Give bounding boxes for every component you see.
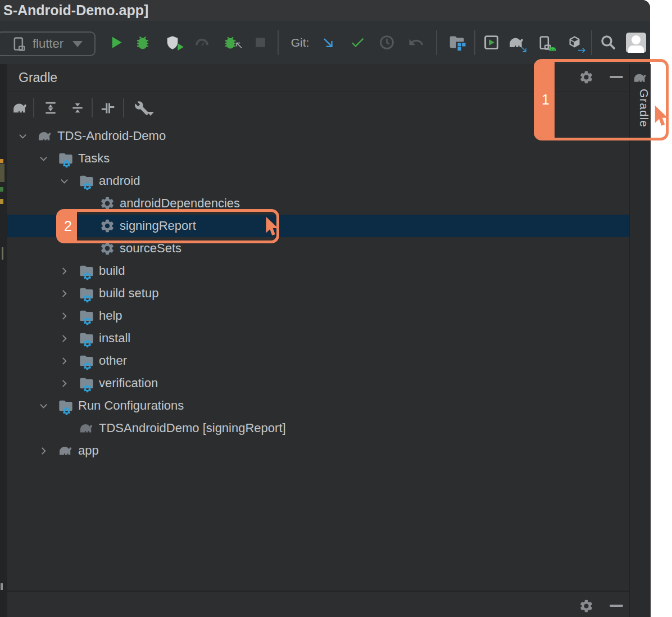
chevron-right-icon[interactable] <box>60 357 69 365</box>
toolbar-separator <box>33 98 34 117</box>
chevron-right-icon[interactable] <box>60 312 69 320</box>
tree-row-run-configuration-item[interactable]: TDSAndroidDemo [signingReport] <box>7 417 629 439</box>
gradle-tool-window: Gradle <box>7 64 629 617</box>
search-everywhere-button[interactable] <box>598 21 618 64</box>
tree-row-install[interactable]: install <box>7 327 629 350</box>
right-tool-window-stripe: Gradle <box>629 64 651 617</box>
rollback-button <box>407 21 425 64</box>
profile-button[interactable] <box>163 21 182 64</box>
user-avatar[interactable] <box>625 21 647 64</box>
window-title: S-Android-Demo.app] <box>3 0 148 21</box>
profile-play-overlay-icon <box>175 42 185 52</box>
background-window-sliver <box>0 64 8 617</box>
update-project-button[interactable] <box>319 21 337 64</box>
annotation-box-1: 1 <box>534 59 669 140</box>
tasks-folder-icon <box>58 151 74 166</box>
stop-button <box>252 21 268 64</box>
editor-stripe-mark <box>0 159 3 163</box>
tree-row-run-configurations[interactable]: Run Configurations <box>7 394 629 417</box>
gear-badge-icon <box>83 361 92 371</box>
chevron-down-icon[interactable] <box>60 177 69 185</box>
editor-stripe-mark <box>0 164 4 182</box>
gradle-settings-button[interactable] <box>133 99 151 117</box>
tree-row-tasks[interactable]: Tasks <box>7 147 629 170</box>
tree-row-verification[interactable]: verification <box>7 372 629 394</box>
bottom-panel-hide-button[interactable] <box>608 597 625 614</box>
device-manager-button[interactable] <box>535 21 555 64</box>
toggle-offline-mode-button[interactable] <box>99 99 116 116</box>
gear-badge-icon <box>83 316 92 326</box>
gradle-task-tree: TDS-Android-Demo Tasks android androidDe… <box>7 125 629 462</box>
chevron-right-icon[interactable] <box>60 379 69 388</box>
device-icon <box>11 36 27 52</box>
run-window-button[interactable] <box>482 21 500 64</box>
gradle-elephant-icon <box>79 420 94 436</box>
debug-button[interactable] <box>134 21 152 64</box>
toolbar-separator <box>436 30 437 55</box>
window-titlebar: S-Android-Demo.app] <box>0 0 650 21</box>
chevron-down-icon[interactable] <box>39 155 48 163</box>
toolbar-separator <box>278 30 279 55</box>
profiler-gauge-button <box>193 21 211 64</box>
attach-debugger-button[interactable] <box>220 21 240 64</box>
expand-all-button[interactable] <box>42 99 59 116</box>
android-overlay-icon <box>548 44 557 54</box>
toolbar-separator <box>123 98 124 117</box>
gradle-elephant-icon <box>58 443 74 459</box>
gear-badge-icon <box>83 271 92 281</box>
editor-stripe-mark <box>0 199 3 204</box>
editor-stripe-mark <box>2 247 3 260</box>
run-button[interactable] <box>107 21 125 64</box>
tree-row-build[interactable]: build <box>7 260 629 282</box>
commit-button[interactable] <box>348 21 366 64</box>
device-selector[interactable]: flutter <box>0 31 96 56</box>
gradle-elephant-icon <box>37 128 53 144</box>
history-button <box>378 21 396 64</box>
sdk-manager-button[interactable] <box>564 21 584 64</box>
chevron-down-icon <box>72 41 83 47</box>
collapse-all-button[interactable] <box>69 99 86 116</box>
gradle-panel-title: Gradle <box>19 64 57 91</box>
device-selector-label: flutter <box>33 37 63 51</box>
avatar-head <box>632 35 641 44</box>
sync-arrow-overlay-icon <box>519 44 529 54</box>
install-folder-icon <box>79 330 94 346</box>
toolbar-separator <box>591 30 592 55</box>
build-folder-icon <box>79 263 94 279</box>
dropdown-arrow-icon <box>147 112 154 116</box>
tree-row-app[interactable]: app <box>7 439 629 462</box>
annotation-box-2: 2 <box>56 209 279 243</box>
annotation-step-2-badge: 2 <box>59 212 77 241</box>
minus-icon <box>610 605 623 607</box>
compare-directories-button[interactable] <box>447 21 467 64</box>
tree-row-help[interactable]: help <box>7 305 629 327</box>
chevron-right-icon[interactable] <box>39 447 48 455</box>
gear-badge-icon <box>83 339 92 348</box>
pointer-cursor-icon <box>652 104 671 129</box>
toolbar-separator <box>92 98 93 117</box>
pointer-cursor-icon <box>263 215 281 239</box>
toolbar-separator <box>474 30 475 55</box>
run-configurations-folder-icon <box>58 398 74 414</box>
tree-row-other[interactable]: other <box>7 350 629 372</box>
tree-row-build-setup[interactable]: build setup <box>7 282 629 305</box>
editor-stripe-mark <box>1 583 3 590</box>
bottom-panel-gear-button[interactable] <box>578 597 594 614</box>
attach-arrow-overlay-icon <box>234 40 244 51</box>
gear-badge-icon <box>83 384 92 393</box>
android-folder-icon <box>79 173 94 189</box>
build-setup-folder-icon <box>79 285 94 301</box>
chevron-down-icon[interactable] <box>19 132 27 140</box>
chevron-down-icon[interactable] <box>39 402 48 410</box>
gear-badge-icon <box>83 294 92 303</box>
gear-badge-icon <box>62 159 71 169</box>
chevron-right-icon[interactable] <box>60 289 69 298</box>
git-label: Git: <box>288 21 312 64</box>
chevron-right-icon[interactable] <box>60 334 69 343</box>
other-folder-icon <box>79 353 94 369</box>
tree-row-android[interactable]: android <box>7 170 629 192</box>
gradle-refresh-button[interactable] <box>11 99 29 117</box>
gradle-sync-button[interactable] <box>506 21 527 64</box>
gear-badge-icon <box>62 406 71 416</box>
chevron-right-icon[interactable] <box>60 267 69 275</box>
